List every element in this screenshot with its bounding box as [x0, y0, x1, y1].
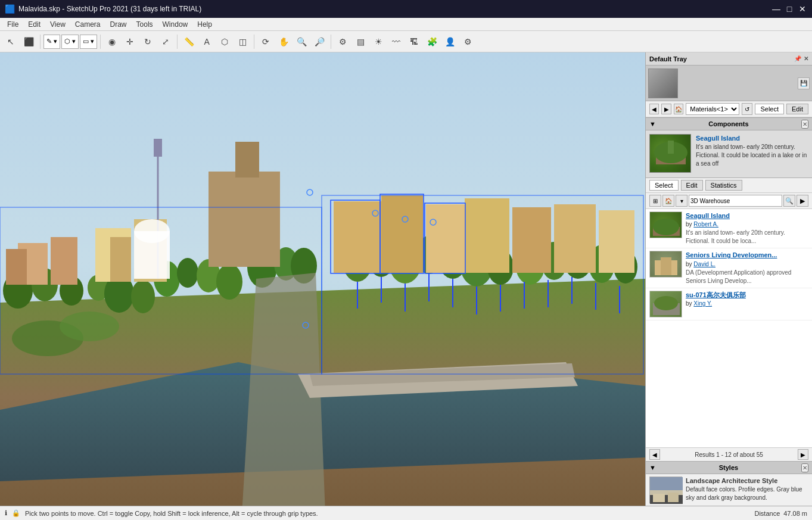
text-tool-button[interactable]: A — [198, 33, 215, 50]
materials-refresh-button[interactable]: ↺ — [742, 103, 752, 115]
close-button[interactable]: ✕ — [798, 4, 807, 14]
warehouse-button[interactable]: 🏗 — [406, 33, 422, 50]
components-statistics-tab[interactable]: Statistics — [705, 180, 742, 191]
rect-dropdown[interactable]: ▭ ▾ — [80, 35, 97, 49]
svg-point-41 — [134, 219, 170, 243]
materials-dropdown[interactable]: Materials<1> — [686, 103, 739, 115]
title-bar-controls[interactable]: — □ ✕ — [771, 4, 807, 14]
component-search-button[interactable]: 🔍 — [783, 195, 795, 207]
result-thumbnail-2 — [649, 251, 682, 278]
home-dropdown-button[interactable]: ▾ — [676, 195, 687, 207]
components-close-button[interactable]: ✕ — [801, 120, 808, 129]
materials-edit-tab[interactable]: Edit — [786, 104, 808, 114]
materials-forward-button[interactable]: ▶ — [661, 104, 671, 114]
components-nav-row: ◀ Results 1 - 12 of about 55 ▶ — [646, 447, 812, 461]
tray-controls: 📌 ✕ — [794, 55, 808, 62]
styles-title: Styles — [719, 464, 738, 471]
settings-button[interactable]: ⚙ — [459, 33, 476, 50]
styles-section-header[interactable]: ▼ Styles ✕ — [646, 461, 812, 474]
components-section-header[interactable]: ▼ Components ✕ — [646, 117, 812, 130]
material-save-button[interactable]: 💾 — [798, 77, 810, 89]
layers-button[interactable]: ▤ — [352, 33, 369, 50]
svg-rect-35 — [110, 237, 131, 282]
style-description: Default face colors. Profile edges. Gray… — [686, 485, 808, 502]
result-author-2[interactable]: David L. — [693, 261, 715, 267]
result-info-1: Seagull Island by Robert A. It's an isla… — [686, 211, 808, 245]
toolbar-separator-5 — [331, 35, 331, 49]
materials-home-button[interactable]: 🏠 — [674, 104, 683, 114]
tray-pin-button[interactable]: 📌 — [794, 55, 801, 62]
menu-window[interactable]: Window — [158, 19, 193, 30]
result-author-3[interactable]: Xing Y. — [693, 300, 712, 307]
component-search-nav-button[interactable]: ▶ — [797, 195, 808, 207]
zoom-extents-button[interactable]: 🔎 — [311, 33, 328, 50]
home-button[interactable]: 🏠 — [662, 195, 674, 207]
minimize-button[interactable]: — — [771, 4, 781, 14]
result-item[interactable]: Seniors Living Developmen... by David L.… — [646, 248, 812, 288]
extension-button[interactable]: 🧩 — [424, 33, 440, 50]
components-edit-tab[interactable]: Edit — [681, 180, 703, 191]
axes-tool-button[interactable]: ⬡ — [216, 33, 233, 50]
toolbar-separator-2 — [100, 35, 101, 49]
rotate-tool-button[interactable]: ↻ — [139, 33, 156, 50]
menu-camera[interactable]: Camera — [70, 19, 105, 30]
shadows-button[interactable]: ☀ — [370, 33, 387, 50]
scale-tool-button[interactable]: ⤢ — [157, 33, 174, 50]
results-prev-button[interactable]: ◀ — [649, 449, 660, 460]
section-tool-button[interactable]: ◫ — [234, 33, 251, 50]
results-count: Results 1 - 12 of about 55 — [695, 452, 763, 458]
maximize-button[interactable]: □ — [785, 4, 794, 14]
materials-back-button[interactable]: ◀ — [649, 104, 659, 114]
component-thumbnail — [649, 134, 691, 173]
zoom-tool-button[interactable]: 🔍 — [293, 33, 310, 50]
pan-tool-button[interactable]: ✋ — [275, 33, 292, 50]
components-select-tab[interactable]: Select — [649, 180, 679, 191]
toolbar-separator-4 — [254, 35, 254, 49]
info-icon: ℹ — [5, 509, 7, 517]
component-search-input[interactable] — [689, 195, 782, 207]
lasso-dropdown[interactable]: ⬡ ▾ — [61, 35, 79, 49]
menu-view[interactable]: View — [45, 19, 70, 30]
eraser-tool-button[interactable]: ⬛ — [20, 33, 37, 50]
menu-tools[interactable]: Tools — [132, 19, 158, 30]
components-arrow: ▼ — [649, 120, 656, 127]
styles-close-button[interactable]: ✕ — [801, 463, 808, 472]
result-thumbnail-3 — [649, 291, 682, 317]
materials-preview-area: 💾 — [646, 66, 812, 101]
select-tool-button[interactable]: ↖ — [2, 33, 19, 50]
svg-point-78 — [653, 219, 679, 235]
style-item[interactable]: Landscape Architecture Style Default fac… — [646, 474, 812, 506]
result-title-2[interactable]: Seniors Living Developmen... — [686, 251, 808, 260]
view-toggle-button[interactable]: ⊞ — [649, 195, 661, 207]
fog-button[interactable]: 〰 — [388, 33, 405, 50]
move-tool-button[interactable]: ✛ — [122, 33, 138, 50]
toolbar-separator-3 — [177, 35, 178, 49]
results-next-button[interactable]: ▶ — [798, 449, 808, 460]
entity-info-button[interactable]: ⚙ — [334, 33, 351, 50]
components-results-list[interactable]: Seagull Island by Robert A. It's an isla… — [646, 209, 812, 447]
menu-draw[interactable]: Draw — [105, 19, 132, 30]
tape-tool-button[interactable]: 📏 — [181, 33, 197, 50]
menu-edit[interactable]: Edit — [23, 19, 45, 30]
result-author-1[interactable]: Robert A. — [693, 221, 718, 228]
distance-value: 47.08 m — [783, 510, 807, 517]
result-item[interactable]: su-071高尔夫俱乐部 by Xing Y. — [646, 288, 812, 320]
result-title-1[interactable]: Seagull Island — [686, 211, 808, 220]
result-thumbnail-1 — [649, 211, 682, 238]
svg-rect-47 — [554, 204, 596, 273]
viewport[interactable] — [0, 52, 645, 506]
orbit-tool-button[interactable]: ⟳ — [257, 33, 274, 50]
menu-file[interactable]: File — [2, 19, 23, 30]
result-title-3[interactable]: su-071高尔夫俱乐部 — [686, 291, 808, 300]
materials-select-tab[interactable]: Select — [755, 104, 784, 114]
svg-rect-39 — [154, 139, 162, 157]
result-item[interactable]: Seagull Island by Robert A. It's an isla… — [646, 209, 812, 248]
account-button[interactable]: 👤 — [441, 33, 458, 50]
default-tray-header: Default Tray 📌 ✕ — [646, 52, 812, 66]
pencil-dropdown[interactable]: ✎ ▾ — [43, 35, 60, 49]
menu-help[interactable]: Help — [192, 19, 217, 30]
distance-display: Distance 47.08 m — [754, 510, 807, 517]
tray-close-button[interactable]: ✕ — [804, 55, 808, 62]
pushpull-tool-button[interactable]: ◉ — [104, 33, 120, 50]
components-title: Components — [708, 120, 748, 127]
